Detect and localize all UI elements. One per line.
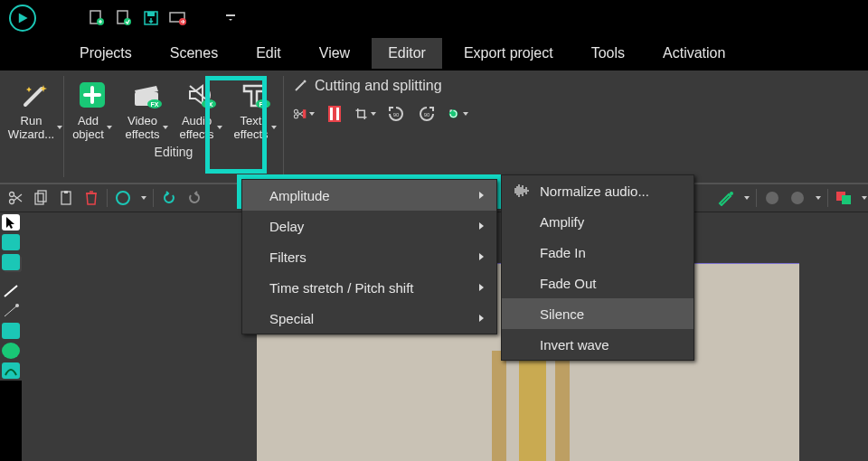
waveform-icon <box>507 175 534 206</box>
menu-amplify[interactable]: Amplify <box>502 206 693 237</box>
submenu-arrow-icon <box>479 222 484 230</box>
tool-circle[interactable] <box>2 343 20 359</box>
menu-silence[interactable]: Silence <box>502 298 693 329</box>
submenu-arrow-icon <box>479 192 484 199</box>
align-dropdown[interactable] <box>813 188 822 208</box>
crop-tool-button[interactable] <box>354 103 376 125</box>
video-effects-button[interactable]: FX Video effects <box>120 76 173 143</box>
menu-edit[interactable]: Edit <box>240 38 297 69</box>
color-picker-button[interactable] <box>716 188 736 208</box>
menu-fade-out[interactable]: Fade Out <box>502 268 693 298</box>
align1-button[interactable] <box>762 188 782 208</box>
svg-point-33 <box>730 192 733 195</box>
line-tool[interactable] <box>2 283 20 299</box>
rotate-options-button[interactable] <box>447 103 468 125</box>
svg-point-27 <box>10 200 14 204</box>
text-fx-icon: FX <box>239 78 271 112</box>
svg-point-19 <box>294 115 297 118</box>
tool-fillrect[interactable] <box>2 323 20 339</box>
ribbon: Run Wizard... Add object FX Video effect… <box>0 71 868 183</box>
run-wizard-button[interactable]: Run Wizard... <box>9 76 61 143</box>
undo-button[interactable] <box>159 188 179 208</box>
menu-tools[interactable]: Tools <box>575 38 641 69</box>
tool-rect2[interactable] <box>2 254 20 270</box>
ribbon-label: Video effects <box>125 114 159 141</box>
align2-button[interactable] <box>788 188 807 208</box>
layers-button[interactable] <box>834 188 854 208</box>
delete-button[interactable] <box>81 188 101 208</box>
rotate-ccw-button[interactable]: 90 <box>385 103 407 125</box>
qa-new-doc-icon[interactable] <box>87 8 107 28</box>
svg-point-34 <box>766 192 778 204</box>
menu-special[interactable]: Special <box>242 303 496 334</box>
menu-time-stretch[interactable]: Time stretch / Pitch shift <box>242 272 496 303</box>
svg-point-44 <box>15 304 19 307</box>
svg-point-18 <box>294 109 297 113</box>
ribbon-group-label: Editing <box>155 145 193 159</box>
svg-rect-30 <box>61 192 71 204</box>
rotate-cw-button[interactable]: 90 <box>416 103 438 125</box>
svg-rect-22 <box>333 107 336 121</box>
svg-rect-5 <box>147 12 155 16</box>
tool-rect1[interactable] <box>2 234 20 250</box>
svg-text:90: 90 <box>393 112 400 118</box>
pointer-tool[interactable] <box>2 214 20 230</box>
qa-save-icon[interactable] <box>141 8 161 28</box>
svg-text:FX: FX <box>205 101 213 108</box>
qa-export-video-icon[interactable] <box>168 8 188 28</box>
submenu-arrow-icon <box>479 284 484 291</box>
title-bar <box>0 0 868 36</box>
qa-open-doc-icon[interactable] <box>114 8 134 28</box>
shape-dropdown[interactable] <box>138 188 147 208</box>
menu-editor[interactable]: Editor <box>372 38 442 69</box>
svg-point-32 <box>117 192 129 204</box>
menu-filters[interactable]: Filters <box>242 241 496 272</box>
menu-invert-wave[interactable]: Invert wave <box>502 329 693 360</box>
layers-dropdown[interactable] <box>859 188 868 208</box>
svg-rect-28 <box>35 193 43 204</box>
menu-activation[interactable]: Activation <box>646 38 741 69</box>
menu-projects[interactable]: Projects <box>63 38 148 69</box>
submenu-arrow-icon <box>479 253 484 260</box>
audio-effects-button[interactable]: FX Audio effects <box>175 76 227 143</box>
svg-point-26 <box>10 193 14 197</box>
shape-circle-button[interactable] <box>113 188 133 208</box>
colorpicker-dropdown[interactable] <box>741 188 750 208</box>
ribbon-label: Audio effects <box>179 114 213 141</box>
tool-brush[interactable] <box>2 362 20 379</box>
menu-export-project[interactable]: Export project <box>448 38 570 69</box>
menu-bar: Projects Scenes Edit View Editor Export … <box>0 36 868 71</box>
text-effects-button[interactable]: FX Text effects <box>229 76 281 143</box>
clapperboard-fx-icon: FX <box>130 78 163 112</box>
copy-button[interactable] <box>31 188 51 208</box>
split-tool-button[interactable] <box>293 103 315 125</box>
wand-small-icon <box>293 79 307 93</box>
amplitude-submenu: Normalize audio... Amplify Fade In Fade … <box>501 174 694 361</box>
menu-delay[interactable]: Delay <box>242 211 496 241</box>
audio-effects-menu: Amplitude Delay Filters Time stretch / P… <box>241 179 497 334</box>
add-icon <box>76 78 108 112</box>
marker-tool-button[interactable] <box>324 103 345 125</box>
ribbon-label: Text effects <box>233 114 268 141</box>
paste-button[interactable] <box>56 188 76 208</box>
menu-normalize-audio[interactable]: Normalize audio... <box>502 175 693 206</box>
magic-wand-icon <box>20 78 51 112</box>
menu-scenes[interactable]: Scenes <box>154 38 234 69</box>
side-toolbox <box>0 212 22 381</box>
cutting-splitting-label: Cutting and splitting <box>293 78 468 94</box>
menu-amplitude[interactable]: Amplitude <box>242 180 496 211</box>
svg-point-35 <box>791 192 804 204</box>
svg-text:90: 90 <box>424 112 430 118</box>
add-object-button[interactable]: Add object <box>66 76 118 143</box>
speaker-fx-icon: FX <box>184 78 217 112</box>
svg-rect-29 <box>38 191 46 202</box>
ribbon-label: Run Wizard... <box>8 114 54 141</box>
menu-fade-in[interactable]: Fade In <box>502 237 693 268</box>
svg-point-17 <box>304 80 307 83</box>
redo-button[interactable] <box>184 188 204 208</box>
qa-customize-icon[interactable] <box>221 8 241 28</box>
cut-button[interactable] <box>5 188 25 208</box>
pen-tool[interactable] <box>2 303 20 319</box>
svg-text:FX: FX <box>151 101 159 108</box>
menu-view[interactable]: View <box>303 38 366 69</box>
